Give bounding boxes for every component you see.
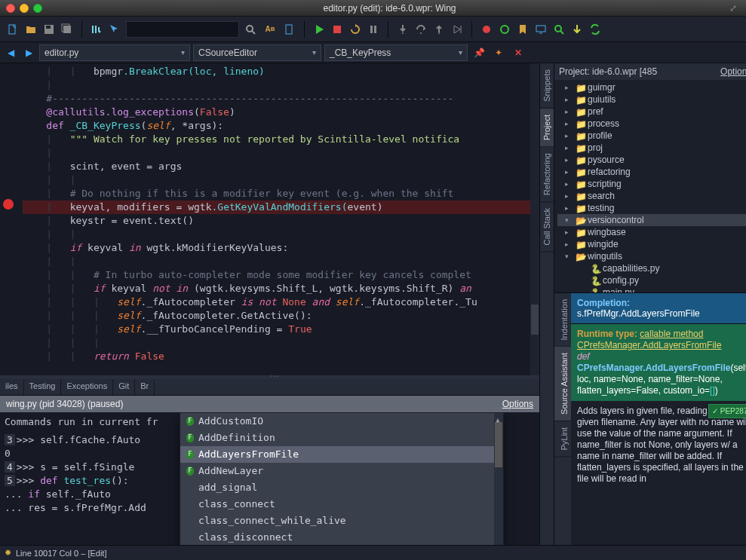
bookmark-button[interactable] (514, 21, 531, 38)
debug-console[interactable]: Commands run in current fr 3>>> self.fCa… (0, 412, 539, 545)
debug-pause-button[interactable] (365, 21, 382, 38)
goto-button[interactable] (88, 21, 105, 38)
disclosure-icon[interactable]: ▸ (565, 120, 573, 127)
autocomplete-scrollbar[interactable]: ▴▾ (494, 413, 503, 545)
tree-item[interactable]: ▾📂wingutils (557, 250, 746, 262)
disclosure-icon[interactable]: ▸ (565, 192, 573, 200)
tree-item[interactable]: 🐍main.py (557, 286, 746, 292)
window-close-button[interactable] (6, 4, 15, 13)
breakpoint-button[interactable] (478, 21, 495, 38)
bottom-tab[interactable]: Exceptions (61, 379, 113, 395)
editor-gutter[interactable] (0, 63, 23, 375)
nav-back-button[interactable]: ◀ (3, 45, 18, 60)
pick-button[interactable] (106, 21, 123, 38)
bottom-tab[interactable]: Git (113, 379, 135, 395)
window-minimize-button[interactable] (20, 4, 29, 13)
autocomplete-item[interactable]: FAddDefinition (180, 430, 503, 446)
close-tab-button[interactable]: ✕ (510, 44, 526, 61)
search-input[interactable] (126, 21, 239, 38)
disclosure-icon[interactable]: ▸ (565, 180, 573, 188)
autocomplete-item[interactable]: class_connect (180, 496, 503, 513)
vertical-tab[interactable]: Call Stack (540, 202, 554, 252)
disclosure-icon[interactable]: ▸ (565, 240, 573, 248)
breakpoint-disable-button[interactable] (496, 21, 513, 38)
project-options-link[interactable]: Options (720, 66, 746, 77)
breakpoint-marker[interactable] (3, 199, 14, 210)
fullscreen-icon[interactable]: ⤢ (729, 3, 740, 14)
tree-item[interactable]: ▸📁scripting (557, 178, 746, 190)
autocomplete-item[interactable]: FAddLayersFromFile (180, 446, 503, 463)
step-over-button[interactable] (413, 21, 429, 38)
tree-item[interactable]: 🐍capabilities.py (557, 262, 746, 274)
open-file-button[interactable] (23, 21, 39, 38)
disclosure-icon[interactable]: ▸ (565, 108, 573, 115)
debug-stop-button[interactable] (329, 21, 345, 38)
save-button[interactable] (41, 21, 57, 38)
vertical-tab[interactable]: Project (540, 109, 554, 147)
file-selector[interactable]: editor.py (39, 44, 190, 61)
runtime-type-link[interactable]: callable method (640, 329, 703, 339)
replace-button[interactable]: AB (262, 21, 278, 38)
tree-item[interactable]: ▸📁pref (557, 106, 746, 118)
disclosure-icon[interactable]: ▸ (565, 156, 573, 164)
disclosure-icon[interactable]: ▾ (565, 252, 573, 260)
disclosure-icon[interactable]: ▾ (565, 216, 573, 224)
run-to-cursor-button[interactable] (449, 21, 465, 38)
step-into-button[interactable] (394, 21, 411, 38)
autocomplete-item[interactable]: FAddCustomIO (180, 413, 503, 430)
vertical-tab[interactable]: Snippets (540, 63, 554, 109)
bottom-tab[interactable]: Br (135, 379, 155, 395)
class-selector[interactable]: CSourceEditor (193, 44, 321, 61)
autocomplete-popup[interactable]: ▴▾FAddCustomIOFAddDefinitionFAddLayersFr… (180, 412, 504, 545)
tree-item[interactable]: ▸📁search (557, 190, 746, 202)
tree-item[interactable]: ▸📁proj (557, 142, 746, 154)
autocomplete-item[interactable]: add_signal (180, 479, 503, 496)
unpin-button[interactable]: ✦ (490, 44, 507, 61)
tree-item[interactable]: ▸📁wingbase (557, 226, 746, 238)
debug-restart-button[interactable] (347, 21, 364, 38)
indent-button[interactable] (281, 21, 298, 38)
autocomplete-item[interactable]: class_disconnect (180, 529, 503, 545)
autocomplete-item[interactable]: class_connect_while_alive (180, 513, 503, 529)
tree-item[interactable]: ▸📁refactoring (557, 166, 746, 178)
editor-scrollbar[interactable] (530, 63, 539, 375)
save-all-button[interactable] (59, 21, 75, 38)
new-file-button[interactable] (5, 21, 21, 38)
disclosure-icon[interactable]: ▸ (565, 204, 573, 212)
disclosure-icon[interactable]: ▸ (565, 84, 573, 91)
project-tree[interactable]: ▸📁guimgr▸📁guiutils▸📁pref▸📁process▸📁profi… (554, 80, 746, 292)
nav-forward-button[interactable]: ▶ (21, 45, 36, 60)
disclosure-icon[interactable]: ▸ (565, 132, 573, 139)
disclosure-icon[interactable]: ▸ (565, 144, 573, 151)
window-zoom-button[interactable] (33, 4, 42, 13)
code-editor[interactable]: | | bpmgr.BreakClear(loc, lineno) | #---… (0, 63, 539, 375)
disclosure-icon[interactable]: ▸ (565, 168, 573, 176)
tree-item[interactable]: ▸📁pysource (557, 154, 746, 166)
vertical-tab[interactable]: PyLint (554, 421, 571, 457)
search-icon[interactable] (242, 21, 259, 38)
runtime-class-link[interactable]: CPrefsManager.AddLayersFromFile (577, 340, 721, 350)
monitor-button[interactable] (533, 21, 549, 38)
tree-item[interactable]: ▸📁wingide (557, 238, 746, 250)
debug-options-link[interactable]: Options (502, 399, 533, 409)
disclosure-icon[interactable]: ▸ (565, 228, 573, 236)
bottom-tab[interactable]: Testing (24, 379, 62, 395)
tree-item[interactable]: ▸📁guiutils (557, 93, 746, 106)
vertical-tab[interactable]: Refactoring (540, 147, 554, 202)
disclosure-icon[interactable]: ▸ (565, 96, 573, 103)
method-selector[interactable]: _CB_KeyPress (324, 44, 468, 61)
sync-down-button[interactable] (569, 21, 585, 38)
bottom-tab[interactable]: iles (0, 379, 24, 395)
tree-item[interactable]: 🐍config.py (557, 274, 746, 286)
sync-button[interactable] (587, 21, 603, 38)
tree-item[interactable]: ▸📁profile (557, 130, 746, 142)
find-in-files-button[interactable] (551, 21, 567, 38)
tree-item[interactable]: ▾📂versioncontrol (557, 214, 746, 226)
horizontal-splitter[interactable] (0, 375, 539, 379)
pin-tab-button[interactable]: 📌 (471, 44, 487, 61)
vertical-tab[interactable]: Source Assistant (554, 347, 571, 421)
vertical-tab[interactable]: Indentation (554, 293, 571, 347)
tree-item[interactable]: ▸📁testing (557, 202, 746, 214)
debug-run-button[interactable] (311, 21, 327, 38)
tree-item[interactable]: ▸📁guimgr (557, 81, 746, 93)
